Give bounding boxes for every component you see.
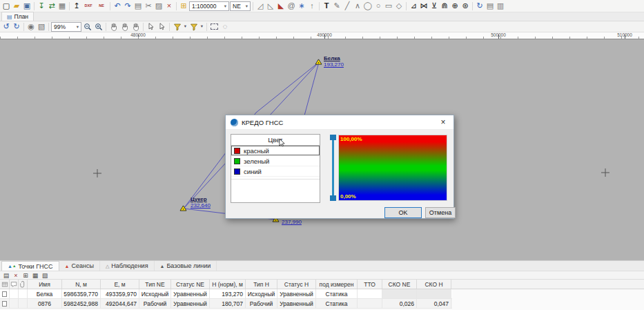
circle-tool-icon[interactable]: ○ (373, 1, 383, 11)
column-header-e[interactable]: E, м (101, 280, 139, 289)
georef-icon[interactable]: @ (286, 1, 296, 11)
point-tool-6-icon[interactable]: ⊛ (460, 1, 470, 11)
coord-system-combo[interactable]: NE ▾ (230, 1, 251, 11)
point-tool-4-icon[interactable]: ⋒ (440, 1, 449, 11)
point-tool-3-icon[interactable]: ⊻ (429, 1, 439, 11)
column-header-type-ne[interactable]: Тип NE (139, 280, 171, 289)
export-ne-icon[interactable]: NE (95, 1, 108, 11)
zoom-combo[interactable]: 99% ▾ (51, 22, 81, 32)
tab-sessions[interactable]: ▲ Сеансы (59, 261, 100, 271)
exchange-data-icon[interactable]: ⇄ (47, 1, 57, 11)
cell-h[interactable]: 180,707 (210, 299, 246, 308)
cell-status-ne[interactable]: Уравненный (171, 289, 210, 298)
cell-n[interactable]: 5986359,770 (62, 289, 101, 298)
filter-dropdown-icon[interactable]: ▾ (183, 21, 188, 32)
cell-method[interactable]: Статика (316, 299, 358, 308)
cell-name[interactable]: 0876 (28, 299, 62, 308)
import-raster-icon[interactable]: ▦ (57, 1, 67, 11)
comment-cell[interactable] (10, 289, 19, 298)
cell-e[interactable]: 493359,970 (101, 289, 139, 298)
rectangle-tool-icon[interactable]: ▭ (384, 1, 393, 11)
column-header-name[interactable]: Имя (28, 280, 62, 289)
point-tool-5-icon[interactable]: ⊕ (450, 1, 460, 11)
row-checkbox[interactable] (2, 291, 7, 297)
cell-tto[interactable] (358, 299, 382, 308)
arrow-up-icon[interactable]: ↑ (307, 1, 317, 11)
point-tool-1-icon[interactable]: ⊿ (409, 1, 418, 11)
delete-icon[interactable]: × (164, 1, 174, 11)
gradient-range-slider[interactable] (330, 135, 336, 201)
close-icon[interactable]: × (438, 117, 449, 127)
cell-status-h[interactable]: Уравненный (277, 289, 316, 298)
angle-tool-icon[interactable]: ∧ (353, 1, 362, 11)
table-grid-icon[interactable]: ⊞ (21, 271, 30, 279)
select-cursor-icon[interactable] (146, 22, 156, 32)
column-header-status-h[interactable]: Статус H (277, 280, 316, 289)
export-dxf-icon[interactable]: DXF (82, 1, 95, 11)
table-row-belka[interactable]: Белка 5986359,770 493359,970 Исходный Ур… (0, 289, 452, 299)
copy-icon[interactable]: ▤ (133, 1, 143, 11)
ok-button[interactable]: OK (384, 207, 422, 218)
cell-sko-h[interactable]: 0,047 (417, 299, 451, 308)
attachment-cell[interactable] (19, 289, 28, 298)
panel-a-icon[interactable]: ▤ (485, 1, 495, 11)
table-menu-icon[interactable]: ▤ (2, 271, 10, 279)
cell-e[interactable]: 492044,647 (101, 299, 139, 308)
tab-gnss-points[interactable]: ▲ ▲ Точки ГНСС (1, 261, 59, 271)
cell-tto[interactable] (358, 289, 382, 298)
export-doc-icon[interactable]: ↥ (72, 1, 81, 11)
column-header-tto[interactable]: ТТО (358, 280, 382, 289)
refresh-icon[interactable]: ↻ (475, 1, 485, 11)
flag-icon[interactable]: ◣ (276, 1, 286, 11)
redo-icon[interactable]: ↷ (123, 1, 133, 11)
select-column-header[interactable] (0, 280, 10, 289)
filter-icon[interactable] (172, 22, 182, 32)
tab-observations[interactable]: △ Наблюдения (100, 261, 155, 271)
table-export-icon[interactable]: ▧ (41, 271, 49, 279)
grid-settings-icon[interactable]: ⊞ (179, 1, 188, 11)
column-header-h[interactable]: H (норм), м (210, 280, 246, 289)
cell-status-ne[interactable]: Уравненный (171, 299, 210, 308)
color-row-green[interactable]: зеленый (231, 156, 320, 166)
cell-h[interactable]: 193,270 (210, 289, 246, 298)
color-row-red[interactable]: красный (231, 146, 320, 156)
column-header-sko-ne[interactable]: СКО NE (382, 280, 417, 289)
cell-type-ne[interactable]: Исходный (139, 289, 171, 298)
snap-a-icon[interactable]: ◿ (255, 1, 265, 11)
pan-info-icon[interactable] (130, 22, 141, 32)
slider-bottom-handle[interactable] (330, 195, 336, 201)
column-header-type-h[interactable]: Тип H (246, 280, 277, 289)
rect-select-icon[interactable] (209, 22, 219, 32)
cut-icon[interactable]: ✂ (144, 1, 153, 11)
pencil-tool-icon[interactable]: ✎ (332, 1, 342, 11)
select-element-icon[interactable] (157, 22, 167, 32)
filter-2-dropdown-icon[interactable]: ▾ (199, 21, 204, 32)
cell-type-h[interactable]: Рабочий (246, 299, 277, 308)
table-row-0876[interactable]: 0876 5982452,988 492044,647 Рабочий Урав… (0, 299, 452, 309)
cell-type-ne[interactable]: Рабочий (139, 299, 171, 308)
line-tool-icon[interactable]: ╱ (342, 1, 352, 11)
point-marker-cuker[interactable] (179, 205, 187, 211)
cell-sko-ne[interactable] (382, 289, 417, 298)
row-checkbox-cell[interactable] (0, 299, 10, 308)
zoom-out-icon[interactable] (82, 22, 92, 32)
attachment-cell[interactable] (19, 299, 28, 308)
cell-method[interactable]: Статика (316, 289, 358, 298)
scale-combo[interactable]: 1:100000 ▾ (189, 1, 229, 11)
undo-icon[interactable]: ↶ (113, 1, 122, 11)
lasso-select-icon[interactable]: ◌ (220, 21, 230, 32)
color-row-blue[interactable]: синий (231, 166, 320, 177)
cancel-button[interactable]: Отмена (425, 207, 456, 218)
cell-sko-h[interactable] (417, 289, 451, 298)
point-tool-2-icon[interactable]: ⋈ (419, 1, 429, 11)
refresh-view-icon[interactable]: ↺ (1, 21, 11, 32)
slider-top-handle[interactable] (330, 135, 336, 140)
attachment-column-header[interactable] (19, 280, 28, 289)
cell-sko-ne[interactable]: 0,026 (382, 299, 417, 308)
filter-2-icon[interactable] (188, 22, 199, 32)
column-header-n[interactable]: N, м (62, 280, 101, 289)
user-edit-icon[interactable]: ◉ (26, 21, 36, 32)
save-icon[interactable]: ▣ (22, 1, 32, 11)
new-document-icon[interactable]: ▢ (1, 1, 11, 11)
comment-cell[interactable] (10, 299, 19, 308)
